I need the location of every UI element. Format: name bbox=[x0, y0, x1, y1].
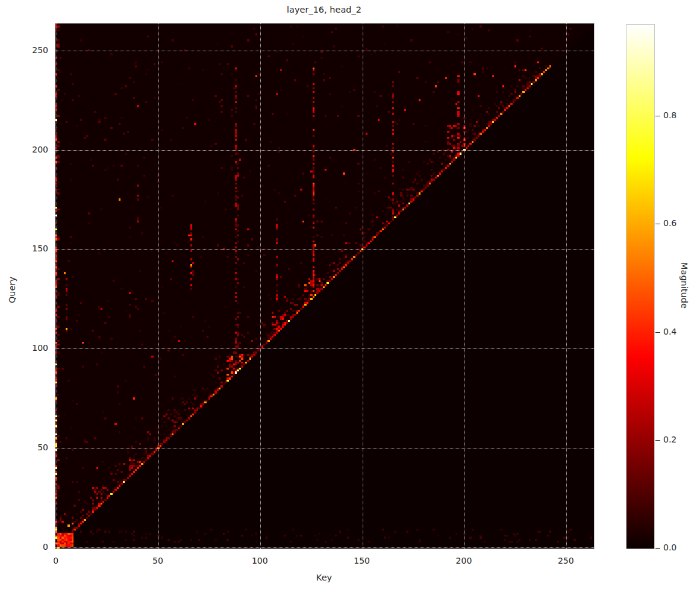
gridline-vertical bbox=[57, 24, 57, 549]
gridline-horizontal bbox=[55, 348, 594, 349]
chart-title: layer_16, head_2 bbox=[55, 5, 593, 14]
gridline-vertical bbox=[464, 24, 465, 549]
x-axis-label: Key bbox=[55, 573, 593, 582]
y-tick-label: 150 bbox=[32, 244, 48, 253]
gridline-vertical bbox=[363, 24, 363, 549]
y-tick-label: 100 bbox=[32, 343, 48, 353]
figure-canvas: { "figure": { "title": "layer_16, head_2… bbox=[0, 0, 700, 595]
gridline-horizontal bbox=[55, 150, 594, 151]
y-axis-label: Query bbox=[7, 272, 17, 308]
x-tick-label: 50 bbox=[152, 556, 163, 565]
y-tick-label: 200 bbox=[32, 145, 48, 154]
colorbar-tick-mark bbox=[655, 548, 660, 549]
colorbar-gradient bbox=[627, 25, 654, 549]
colorbar-tick-label: 0.0 bbox=[663, 543, 677, 552]
gridline-horizontal bbox=[55, 249, 594, 250]
colorbar-tick-mark bbox=[655, 116, 660, 116]
x-tick-label: 250 bbox=[558, 556, 574, 565]
colorbar-label: Magnitude bbox=[680, 243, 689, 327]
y-tick-label: 250 bbox=[32, 45, 48, 55]
colorbar-tick-mark bbox=[655, 332, 660, 333]
gridline-vertical bbox=[260, 24, 261, 549]
colorbar-tick-label: 0.8 bbox=[663, 110, 677, 120]
colorbar bbox=[626, 24, 655, 549]
colorbar-tick-label: 0.6 bbox=[663, 219, 677, 228]
attention-heatmap bbox=[55, 24, 594, 549]
colorbar-tick-label: 0.2 bbox=[663, 435, 677, 444]
gridline-horizontal bbox=[55, 547, 594, 548]
x-tick-label: 200 bbox=[456, 556, 472, 565]
y-tick-label: 0 bbox=[43, 542, 48, 552]
colorbar-tick-mark bbox=[655, 440, 660, 441]
heatmap-plot-area bbox=[55, 23, 595, 549]
x-tick-label: 100 bbox=[252, 556, 268, 565]
gridline-horizontal bbox=[55, 448, 594, 449]
y-tick-label: 50 bbox=[37, 442, 48, 452]
x-tick-label: 0 bbox=[53, 556, 58, 565]
colorbar-tick-mark bbox=[655, 224, 660, 224]
x-tick-label: 150 bbox=[354, 556, 370, 565]
colorbar-tick-label: 0.4 bbox=[663, 327, 677, 336]
gridline-horizontal bbox=[55, 51, 594, 51]
gridline-vertical bbox=[566, 24, 567, 549]
gridline-vertical bbox=[158, 24, 159, 549]
